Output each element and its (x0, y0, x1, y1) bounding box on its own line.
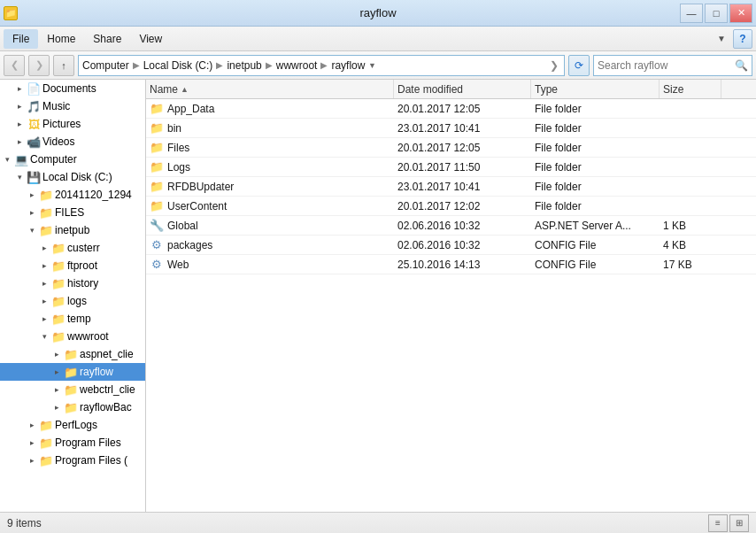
table-row[interactable]: ⚙packages02.06.2016 10:32CONFIG File4 KB (146, 236, 756, 255)
sidebar-item-history[interactable]: ▸📁history (0, 274, 145, 292)
sidebar-item-documents[interactable]: ▸📄Documents (0, 80, 145, 97)
file-type: File folder (531, 200, 660, 212)
col-header-date[interactable]: Date modified (394, 80, 531, 98)
sidebar-item-inetpub[interactable]: ▾📁inetpub (0, 221, 145, 239)
sidebar-item-ftproot[interactable]: ▸📁ftproot (0, 257, 145, 274)
asp-icon: 🔧 (150, 219, 164, 233)
col-header-name[interactable]: Name ▲ (146, 80, 394, 98)
col-header-type[interactable]: Type (531, 80, 660, 98)
menu-home[interactable]: Home (38, 29, 84, 49)
tree-label: Videos (41, 135, 74, 148)
folder-icon: 📁 (64, 348, 78, 361)
tree-expander-icon[interactable]: ▸ (12, 102, 27, 111)
up-button[interactable]: ↑ (53, 55, 74, 76)
tree-expander-icon[interactable]: ▾ (25, 226, 39, 235)
tree-expander-icon[interactable]: ▸ (50, 350, 64, 359)
tree-expander-icon[interactable]: ▾ (12, 173, 27, 182)
col-header-size[interactable]: Size (660, 80, 721, 98)
tree-expander-icon[interactable]: ▸ (50, 385, 64, 394)
forward-button[interactable]: ❯ (28, 55, 50, 76)
search-input[interactable] (598, 59, 735, 72)
breadcrumb-dropdown-icon[interactable]: ▼ (366, 60, 377, 71)
breadcrumb-local-disk[interactable]: Local Disk (C:) (143, 59, 213, 72)
breadcrumb-rayflow[interactable]: rayflow (331, 59, 365, 72)
sidebar-item-pictures[interactable]: ▸🖼Pictures (0, 115, 145, 133)
table-row[interactable]: 📁RFDBUpdater23.01.2017 10:41File folder (146, 177, 756, 197)
file-list: Name ▲ Date modified Type Size 📁App_Data… (146, 80, 756, 512)
tree-expander-icon[interactable]: ▸ (37, 297, 51, 305)
sidebar-item-rayflowbac[interactable]: ▸📁rayflowBac (0, 398, 145, 416)
tree-label: Program Files (53, 436, 121, 449)
breadcrumb-computer[interactable]: Computer (82, 59, 129, 72)
maximize-button[interactable]: □ (705, 4, 728, 23)
file-name: Logs (167, 161, 190, 174)
sidebar-item-local-disk-c[interactable]: ▾💾Local Disk (C:) (0, 168, 145, 186)
breadcrumb-wwwroot[interactable]: wwwroot (276, 59, 318, 72)
tiles-view-button[interactable]: ⊞ (729, 514, 749, 532)
address-bar: Computer ▶ Local Disk (C:) ▶ inetpub ▶ w… (78, 55, 565, 76)
sidebar-item-custerr[interactable]: ▸📁custerr (0, 239, 145, 257)
table-row[interactable]: 📁UserContent20.01.2017 12:02File folder (146, 197, 756, 216)
tree-expander-icon[interactable]: ▸ (37, 279, 51, 288)
tree-expander-icon[interactable]: ▸ (37, 243, 51, 252)
menu-view[interactable]: View (130, 29, 171, 49)
tree-label: webctrl_clie (78, 383, 135, 396)
sidebar-item-program-files-x86[interactable]: ▸📁Program Files ( (0, 452, 145, 469)
help-button[interactable]: ? (733, 29, 752, 49)
sidebar-scroll[interactable]: ▸📄Documents▸🎵Music▸🖼Pictures▸📹Videos▾💻Co… (0, 80, 145, 512)
back-button[interactable]: ❮ (4, 55, 25, 76)
sidebar-item-wwwroot[interactable]: ▾📁wwwroot (0, 328, 145, 345)
tree-expander-icon[interactable]: ▸ (25, 190, 39, 199)
minimize-button[interactable]: — (680, 4, 703, 23)
tree-expander-icon[interactable]: ▾ (37, 332, 51, 341)
sidebar-item-temp[interactable]: ▸📁temp (0, 310, 145, 328)
tree-label: logs (66, 295, 87, 307)
tree-expander-icon[interactable]: ▸ (37, 314, 51, 323)
tree-expander-icon[interactable]: ▸ (50, 403, 64, 412)
sidebar-item-files[interactable]: ▸📁FILES (0, 204, 145, 221)
details-view-button[interactable]: ≡ (708, 514, 728, 532)
menu-share[interactable]: Share (84, 29, 130, 49)
table-row[interactable]: 📁Logs20.01.2017 11:50File folder (146, 158, 756, 177)
file-date: 23.01.2017 10:41 (394, 122, 531, 135)
tree-expander-icon[interactable]: ▸ (25, 438, 39, 447)
tree-label: Program Files ( (53, 454, 127, 467)
sidebar-item-aspnet-client[interactable]: ▸📁aspnet_clie (0, 345, 145, 363)
tree-expander-icon[interactable]: ▾ (0, 155, 14, 164)
search-icon[interactable]: 🔍 (735, 59, 748, 72)
close-button[interactable]: ✕ (729, 4, 752, 23)
tree-expander-icon[interactable]: ▸ (25, 421, 39, 429)
breadcrumb-sep-1: ▶ (133, 60, 140, 70)
sidebar-item-perflogs[interactable]: ▸📁PerfLogs (0, 416, 145, 434)
sidebar-item-videos[interactable]: ▸📹Videos (0, 133, 145, 151)
menu-chevron-icon[interactable]: ▼ (714, 30, 729, 47)
sidebar-item-webctrl-client[interactable]: ▸📁webctrl_clie (0, 381, 145, 398)
tree-expander-icon[interactable]: ▸ (12, 84, 27, 93)
tree-expander-icon[interactable]: ▸ (50, 367, 64, 376)
sidebar-item-rayflow[interactable]: ▸📁rayflow (0, 363, 145, 381)
tree-expander-icon[interactable]: ▸ (12, 120, 27, 128)
sidebar-item-music[interactable]: ▸🎵Music (0, 97, 145, 115)
table-row[interactable]: 📁App_Data20.01.2017 12:05File folder (146, 99, 756, 119)
tree-expander-icon[interactable]: ▸ (25, 208, 39, 217)
folder-icon: 📁 (51, 242, 66, 255)
folder-icon: 📁 (150, 199, 164, 213)
refresh-button[interactable]: ⟳ (568, 55, 590, 76)
sidebar-item-20141120[interactable]: ▸📁20141120_1294 (0, 186, 145, 204)
file-date: 02.06.2016 10:32 (394, 220, 531, 232)
table-row[interactable]: ⚙Web25.10.2016 14:13CONFIG File17 KB (146, 255, 756, 274)
folder-icon: 📁 (39, 224, 53, 237)
address-chevron-icon[interactable]: ❯ (550, 59, 559, 72)
table-row[interactable]: 🔧Global02.06.2016 10:32ASP.NET Server A.… (146, 216, 756, 236)
tree-label: temp (66, 313, 91, 325)
sidebar-item-logs[interactable]: ▸📁logs (0, 292, 145, 310)
tree-expander-icon[interactable]: ▸ (12, 137, 27, 146)
sidebar-item-computer[interactable]: ▾💻Computer (0, 151, 145, 168)
breadcrumb-inetpub[interactable]: inetpub (227, 59, 261, 72)
menu-file[interactable]: File (4, 29, 38, 49)
tree-expander-icon[interactable]: ▸ (37, 261, 51, 270)
table-row[interactable]: 📁bin23.01.2017 10:41File folder (146, 119, 756, 138)
sidebar-item-program-files[interactable]: ▸📁Program Files (0, 434, 145, 452)
tree-expander-icon[interactable]: ▸ (25, 456, 39, 465)
table-row[interactable]: 📁Files20.01.2017 12:05File folder (146, 138, 756, 158)
